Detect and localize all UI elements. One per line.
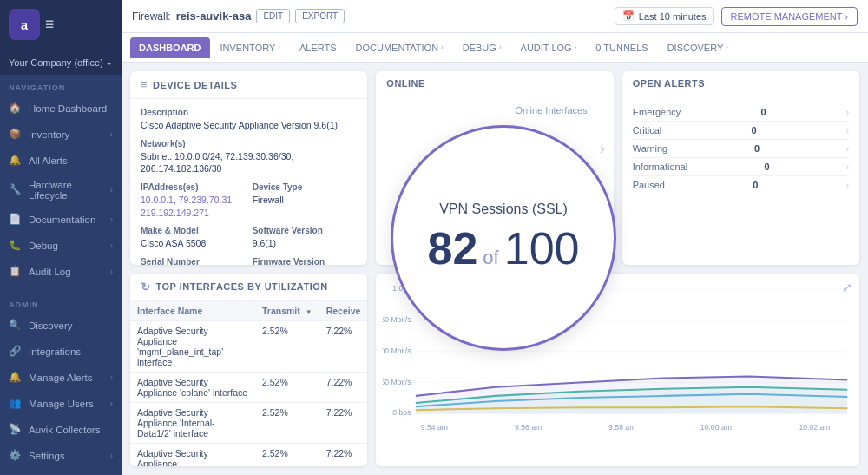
auvik-logo-icon: a [9,9,40,40]
svg-text:0 bps: 0 bps [393,408,411,417]
online-interfaces-header: Online [376,71,613,96]
sidebar-item-label: Hardware Lifecycle [29,180,110,201]
sidebar-item-inventory[interactable]: 📦 Inventory › [0,122,122,148]
chevron-right-icon: › [110,241,113,250]
sidebar-item-label: Manage Users [29,399,94,409]
alert-row-informational[interactable]: Informational 0 › [633,158,849,176]
device-details-content: Description Cisco Adaptive Security Appl… [130,99,367,265]
company-name: Your Company (office) [9,57,103,68]
chevron-right-icon: › [110,267,113,276]
sidebar-item-home[interactable]: 🏠 Home Dashboard [0,96,122,122]
export-button[interactable]: EXPORT [295,9,345,23]
hamburger-icon[interactable]: ☰ [45,19,54,30]
discovery-icon: 🔍 [9,319,23,333]
sidebar-item-debug[interactable]: 🐛 Debug › [0,233,122,259]
tab-debug[interactable]: DEBUG › [454,37,510,58]
table-row: Adaptive Security Appliance 'cplane' int… [130,372,367,402]
sidebar-item-collectors[interactable]: 📡 Auvik Collectors [0,417,122,443]
sidebar-item-alerts[interactable]: 🔔 All Alerts [0,148,122,174]
chevron-right-icon: › [110,373,113,382]
main-content: Firewall: reis-auvik-asa EDIT EXPORT 📅 L… [122,0,868,475]
managealerts-icon: 🔔 [9,371,23,385]
alert-row-paused[interactable]: Paused 0 › [633,176,849,194]
interfaces-table: Interface Name Transmit ▼ Receive Adapti… [130,301,367,467]
svg-text:10:00 am: 10:00 am [700,422,732,431]
vpn-sessions-overlay: VPN Sessions (SSL) 82 of 100 [391,125,616,351]
sidebar: a ☰ Your Company (office) ⌄ NAVIGATION 🏠… [0,0,122,475]
sidebar-item-hardware[interactable]: 🔧 Hardware Lifecycle › [0,174,122,207]
chevron-right-icon: › [846,108,849,117]
tab-discovery[interactable]: DISCOVERY › [659,37,737,58]
sidebar-item-label: Settings [29,451,65,461]
tab-inventory[interactable]: INVENTORY › [212,37,289,58]
sidebar-item-label: Manage Alerts [29,373,93,383]
alert-row-emergency[interactable]: Emergency 0 › [633,103,849,122]
debug-icon: 🐛 [9,239,23,253]
chevron-right-icon: › [110,186,113,195]
sidebar-item-settings[interactable]: ⚙️ Settings › [0,443,122,469]
sidebar-item-label: Audit Log [29,267,71,277]
sidebar-item-manageusers[interactable]: 👥 Manage Users › [0,391,122,417]
vpn-numbers: 82 of 100 [428,222,580,274]
chevron-right-icon: › [846,144,849,154]
vpn-of: of [483,247,498,269]
software-field: Software Version 9.6(1) [253,226,358,250]
col-receive: Receive [319,301,368,321]
time-selector[interactable]: 📅 Last 10 minutes [615,7,714,25]
device-details-header: ≡ DEVICE DETAILS [130,71,367,99]
expand-icon[interactable]: ⤢ [842,280,852,294]
ip-devicetype-row: IPAddress(es) 10.0.0.1, 79.239.70.31, 21… [141,182,357,226]
settings-icon: ⚙️ [9,449,23,463]
make-field: Make & Model Cisco ASA 5508 [141,226,246,250]
tab-alerts[interactable]: ALERTS [291,37,345,58]
edit-button[interactable]: EDIT [256,9,290,23]
table-row: Adaptive Security Appliance 'mgmt_plane_… [130,320,367,372]
chevron-icon: › [575,43,577,51]
sidebar-item-managealerts[interactable]: 🔔 Manage Alerts › [0,365,122,391]
svg-text:10:02 am: 10:02 am [799,422,831,431]
tab-documentation[interactable]: DOCUMENTATION › [347,37,452,58]
sidebar-item-label: Discovery [29,320,72,331]
refresh-icon: ↻ [141,280,151,294]
chevron-right-icon: › [846,162,849,172]
device-type-field: Device Type Firewall [253,182,358,219]
alert-row-critical[interactable]: Critical 0 › [633,122,849,140]
time-label: Last 10 minutes [639,11,707,22]
bell-icon: 🔔 [9,154,23,168]
sidebar-item-label: Auvik Collectors [29,425,100,435]
alert-row-warning[interactable]: Warning 0 › [633,140,849,158]
hardware-icon: 🔧 [9,183,23,197]
company-selector[interactable]: Your Company (office) ⌄ [0,49,122,75]
online-count-label: Online Interfaces [516,105,588,115]
sidebar-item-discovery[interactable]: 🔍 Discovery [0,313,122,339]
sort-icon: ▼ [306,308,312,316]
serial-field: Serial Number JMX2032Y2P3 [141,257,246,264]
vpn-title: VPN Sessions (SSL) [439,201,568,217]
sidebar-logo: a ☰ [0,0,122,49]
chevron-right-icon: › [846,181,849,190]
calendar-icon: 📅 [622,10,635,22]
sidebar-item-integrations[interactable]: 🔗 Integrations [0,339,122,365]
open-alerts-content: Emergency 0 › Critical 0 › Warning 0 › I… [622,96,859,201]
open-alerts-card: Open Alerts Emergency 0 › Critical 0 › W… [622,71,859,265]
chevron-right-icon: › [110,130,113,139]
tab-auditlog[interactable]: AUDIT LOG › [512,37,586,58]
sidebar-item-documentation[interactable]: 📄 Documentation › [0,207,122,233]
firewall-info: Firewall: reis-auvik-asa EDIT EXPORT [132,9,345,23]
chevron-right-icon: › [110,215,113,224]
description-field: Description Cisco Adaptive Security Appl… [141,108,357,132]
svg-text:a: a [21,18,29,32]
svg-text:500 Mbit/s: 500 Mbit/s [383,346,411,355]
topbar: Firewall: reis-auvik-asa EDIT EXPORT 📅 L… [122,0,868,33]
tab-tunnels[interactable]: 0 TUNNELS [587,37,656,58]
chevron-down-icon: ⌄ [105,56,113,68]
users-icon: 👥 [9,397,23,411]
sidebar-item-auditlog[interactable]: 📋 Audit Log › [0,259,122,285]
remote-management-button[interactable]: REMOTE MANAGEMENT › [721,7,858,26]
tab-dashboard[interactable]: DASHBOARD [130,37,210,58]
chevron-right-icon: › [846,126,849,135]
chevron-icon: › [441,43,444,51]
chevron-right-icon: › [110,452,113,460]
next-arrow-icon[interactable]: › [600,140,605,158]
svg-text:750 Mbit/s: 750 Mbit/s [383,315,411,324]
